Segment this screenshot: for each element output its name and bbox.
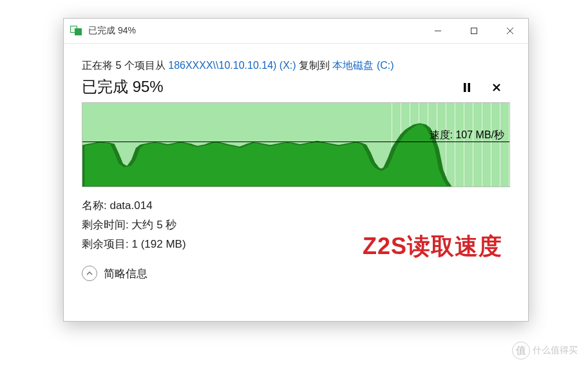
speed-chart: 速度: 107 MB/秒 [82,102,510,187]
minimize-button[interactable] [420,19,456,43]
watermark: 值 什么值得买 [512,342,578,360]
file-name: data.014 [109,199,152,212]
svg-rect-1 [471,28,477,34]
maximize-button[interactable] [456,19,492,43]
meta-name: 名称: data.014 [82,196,510,215]
op-mid: 复制到 [296,60,333,71]
items-remaining: 1 (192 MB) [131,238,185,250]
cancel-button[interactable] [491,82,502,93]
progress-text: 已完成 95% [82,77,510,97]
chevron-up-icon [82,266,97,281]
window-title: 已完成 94% [88,25,136,37]
pause-button[interactable] [461,82,473,93]
time-remaining: 大约 5 秒 [131,219,176,231]
titlebar[interactable]: 已完成 94% [64,19,528,44]
copy-dialog: 已完成 94% 正在将 5 个项目从 186XXXX\\10.10.10.14)… [63,18,529,322]
annotation-text: Z2S读取速度 [363,231,502,262]
speed-label: 速度: 107 MB/秒 [430,129,504,142]
op-prefix: 正在将 5 个项目从 [82,60,168,71]
svg-rect-4 [464,83,466,92]
svg-rect-5 [468,83,471,92]
watermark-logo-icon: 值 [512,342,530,360]
close-button[interactable] [492,19,528,43]
source-path[interactable]: 186XXXX\\10.10.10.14) (X:) [168,60,296,71]
copy-icon [70,26,83,36]
operation-description: 正在将 5 个项目从 186XXXX\\10.10.10.14) (X:) 复制… [82,59,510,73]
dest-path[interactable]: 本地磁盘 (C:) [332,60,394,71]
fewer-details-toggle[interactable]: 简略信息 [82,266,510,281]
